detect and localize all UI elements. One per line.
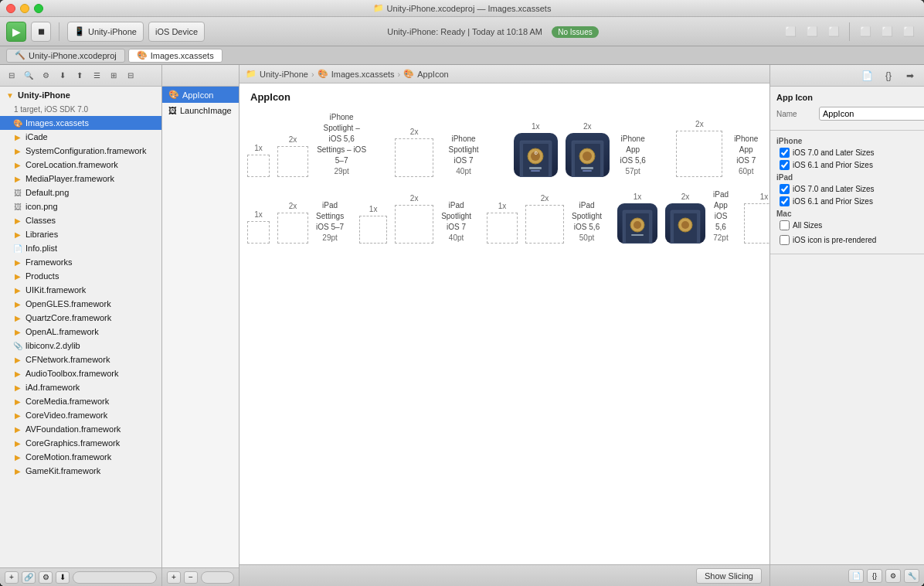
xcasset-item-appicon[interactable]: 🎨 AppIcon bbox=[162, 87, 239, 103]
icon-image-ipad-1x[interactable] bbox=[617, 203, 657, 244]
inspector-bottom-btn3[interactable]: ⚙ bbox=[885, 569, 901, 583]
nav-add-btn[interactable]: + bbox=[5, 571, 19, 584]
inspector-bottom-btn1[interactable]: 📄 bbox=[848, 569, 864, 583]
nav-item-sysconfg[interactable]: ▶ SystemConfiguration.framework bbox=[0, 144, 161, 158]
icon-placeholder[interactable] bbox=[676, 131, 722, 177]
nav-item-quartz[interactable]: ▶ QuartzCore.framework bbox=[0, 311, 161, 325]
inspector-bottom-btn2[interactable]: {} bbox=[867, 569, 882, 583]
nav-item-openal[interactable]: ▶ OpenAL.framework bbox=[0, 325, 161, 339]
nav-item-cfnetwork[interactable]: ▶ CFNetwork.framework bbox=[0, 353, 161, 366]
layout2-icon[interactable]: ⬜ bbox=[878, 22, 896, 41]
nav-item-avfoundation[interactable]: ▶ AVFoundation.framework bbox=[0, 422, 161, 436]
inspector-icon1[interactable]: 📄 bbox=[858, 66, 876, 85]
nav-filter-bar[interactable] bbox=[73, 571, 157, 584]
editors-icon[interactable]: ⬜ bbox=[803, 22, 821, 41]
nav-gear-btn[interactable]: ⚙ bbox=[39, 571, 53, 584]
nav-icon5[interactable]: ⬆ bbox=[73, 69, 87, 83]
nav-item-audiotoolbox[interactable]: ▶ AudioToolbox.framework bbox=[0, 366, 161, 380]
nav-item-corevideo[interactable]: ▶ CoreVideo.framework bbox=[0, 408, 161, 422]
xcassets-add-btn[interactable]: + bbox=[167, 571, 181, 584]
nav-link-btn[interactable]: 🔗 bbox=[22, 571, 36, 584]
nav-item-coremedia[interactable]: ▶ CoreMedia.framework bbox=[0, 394, 161, 408]
nav-item-info-plist[interactable]: 📄 Info.plist bbox=[0, 241, 161, 255]
nav-icon2[interactable]: 🔍 bbox=[22, 69, 36, 83]
stop-button[interactable]: ◼ bbox=[31, 22, 51, 42]
iphone-ios61-prior-checkbox[interactable] bbox=[780, 160, 790, 170]
icon-image-iphone-1x[interactable]: ⚙ bbox=[514, 133, 558, 177]
icon-placeholder[interactable] bbox=[395, 205, 433, 244]
nav-item-iad[interactable]: ▶ iAd.framework bbox=[0, 380, 161, 394]
mac-all-checkbox[interactable] bbox=[780, 220, 790, 230]
scheme-selector[interactable]: 📱 Unity-iPhone bbox=[67, 22, 144, 42]
icon-placeholder[interactable] bbox=[277, 146, 308, 177]
iphone-ios7-later-checkbox[interactable] bbox=[780, 148, 790, 158]
nav-item-products[interactable]: ▶ Products bbox=[0, 269, 161, 283]
close-button[interactable] bbox=[6, 4, 15, 13]
ipad-spotlight-ios56-2x[interactable]: 2x bbox=[525, 194, 564, 244]
nav-item-icon-png[interactable]: 🖼 icon.png bbox=[0, 199, 161, 213]
minimize-button[interactable] bbox=[20, 4, 29, 13]
iphone-app-ios56-1x[interactable]: 1x bbox=[514, 122, 558, 177]
ipad-spotlight-ios56-1x[interactable]: 1x bbox=[487, 202, 518, 244]
nav-item-uikit[interactable]: ▶ UIKit.framework bbox=[0, 283, 161, 297]
iphone-spotlight-ios7-2x[interactable]: 2x bbox=[395, 128, 433, 177]
nav-icon8[interactable]: ⊟ bbox=[124, 69, 138, 83]
maximize-button[interactable] bbox=[34, 4, 43, 13]
nav-item-opengl[interactable]: ▶ OpenGLES.framework bbox=[0, 297, 161, 311]
iphone-spotlight-settings-1x[interactable]: 1x bbox=[247, 144, 270, 177]
inspector-icon3[interactable]: ➡ bbox=[901, 66, 919, 85]
ipad-spotlight-ios7-1x[interactable]: 1x bbox=[359, 205, 387, 244]
ipad-app-ios56-2x[interactable]: 2x bbox=[665, 192, 705, 244]
ipad-app-ios56-1x[interactable]: 1x bbox=[617, 192, 657, 244]
nav-icon4[interactable]: ⬇ bbox=[56, 69, 70, 83]
nav-item-default-png[interactable]: 🖼 Default.png bbox=[0, 186, 161, 199]
nav-item-gamekit[interactable]: ▶ GameKit.framework bbox=[0, 464, 161, 478]
run-button[interactable]: ▶ bbox=[6, 22, 26, 42]
icon-placeholder[interactable] bbox=[395, 138, 433, 177]
navigator-toggle-icon[interactable]: ⬜ bbox=[781, 22, 800, 41]
nav-item-coregraphics[interactable]: ▶ CoreGraphics.framework bbox=[0, 436, 161, 450]
nav-icon6[interactable]: ☰ bbox=[90, 69, 104, 83]
ipad-ios61-prior-checkbox[interactable] bbox=[780, 196, 790, 206]
nav-icon3[interactable]: ⚙ bbox=[39, 69, 53, 83]
show-slicing-button[interactable]: Show Slicing bbox=[696, 568, 762, 584]
iphone-spotlight-settings-2x[interactable]: 2x bbox=[277, 135, 308, 177]
nav-icon7[interactable]: ⊞ bbox=[107, 69, 121, 83]
icon-placeholder[interactable] bbox=[247, 155, 270, 177]
tab-xcodeproj[interactable]: 🔨 Unity-iPhone.xcodeproj bbox=[6, 49, 125, 63]
iphone-app-ios56-2x[interactable]: 2x bbox=[566, 122, 610, 177]
nav-project-root[interactable]: ▼ Unity-iPhone bbox=[0, 88, 161, 102]
layout3-icon[interactable]: ⬜ bbox=[899, 22, 918, 41]
nav-item-frameworks[interactable]: ▶ Frameworks bbox=[0, 255, 161, 269]
tab-xcassets[interactable]: 🎨 Images.xcassets bbox=[128, 49, 223, 63]
nav-item-libraries[interactable]: ▶ Libraries bbox=[0, 227, 161, 241]
ipad-app-ios7-1x[interactable]: 1x bbox=[744, 192, 769, 244]
xcassets-remove-btn[interactable]: − bbox=[184, 571, 198, 584]
icon-placeholder[interactable] bbox=[359, 216, 387, 244]
icon-placeholder[interactable] bbox=[525, 205, 564, 244]
nav-filter-btn[interactable]: ⬇ bbox=[56, 571, 70, 584]
nav-item-images-xcassets[interactable]: 🎨 Images.xcassets bbox=[0, 116, 161, 130]
device-selector[interactable]: iOS Device bbox=[148, 22, 205, 42]
icon-image-ipad-2x[interactable] bbox=[665, 203, 705, 244]
layout1-icon[interactable]: ⬜ bbox=[856, 22, 875, 41]
ipad-settings-2x[interactable]: 2x bbox=[277, 202, 308, 244]
xcasset-item-launchimage[interactable]: 🖼 LaunchImage bbox=[162, 103, 239, 118]
icon-image-iphone-2x[interactable] bbox=[566, 133, 610, 177]
nav-item-libiconv[interactable]: 📎 libiconv.2.dylib bbox=[0, 339, 161, 353]
ipad-settings-1x[interactable]: 1x bbox=[247, 210, 270, 244]
nav-item-coreloc[interactable]: ▶ CoreLocation.framework bbox=[0, 158, 161, 172]
ipad-ios7-later-checkbox[interactable] bbox=[780, 184, 790, 194]
ios-prerendered-checkbox[interactable] bbox=[780, 235, 790, 245]
inspector-name-input[interactable] bbox=[819, 107, 924, 121]
inspector-bottom-btn4[interactable]: 🔧 bbox=[904, 569, 919, 583]
nav-item-mediaplayer[interactable]: ▶ MediaPlayer.framework bbox=[0, 172, 161, 186]
icon-placeholder[interactable] bbox=[487, 213, 518, 244]
icon-placeholder[interactable] bbox=[744, 203, 769, 244]
xcassets-filter[interactable] bbox=[201, 571, 234, 584]
nav-item-coremotion[interactable]: ▶ CoreMotion.framework bbox=[0, 450, 161, 464]
nav-item-icade[interactable]: ▶ iCade bbox=[0, 130, 161, 144]
nav-icon1[interactable]: ⊟ bbox=[5, 69, 19, 83]
nav-item-classes[interactable]: ▶ Classes bbox=[0, 213, 161, 227]
utilities-icon[interactable]: ⬜ bbox=[824, 22, 843, 41]
